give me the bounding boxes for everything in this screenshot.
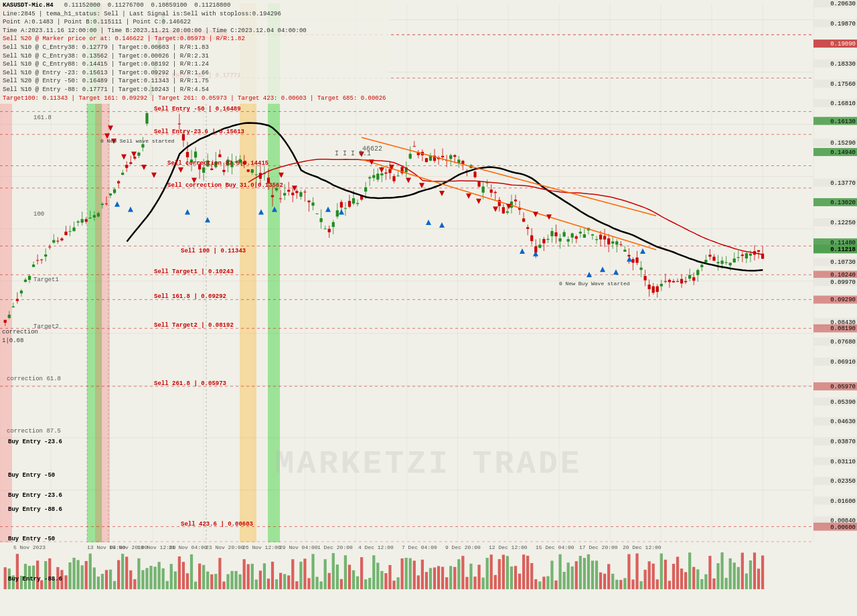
line-info: Line:2845 | tema_h1_status: Sell | Last … — [3, 10, 386, 19]
price-display: 0.11152000 0.11276700 0.10859100 0.11218… — [64, 2, 231, 9]
info-overlay: KASUSDT-Mic.H4 0.11152000 0.11276700 0.1… — [0, 0, 389, 104]
info-line-5: Sell %20 @ Entry -50: 0.16489 | Target:0… — [3, 77, 386, 86]
buy-entry-88: Buy Entry -88.6 — [8, 576, 62, 583]
info-line-1: Sell %10 @ C_Entry38: 0.12779 | Target:0… — [3, 44, 386, 52]
info-line-6: Sell %10 @ Entry -88: 0.17771 | Target:0… — [3, 86, 386, 94]
header-line: KASUSDT-Mic.H4 0.11152000 0.11276700 0.1… — [3, 1, 386, 10]
symbol-title: KASUSDT-Mic.H4 — [3, 2, 54, 9]
time-info: Time A:2023.11.16 12:00:00 | Time B:2023… — [3, 27, 386, 35]
chart-container: MARKETZI TRADE KASUSDT-Mic.H4 0.11152000… — [0, 0, 857, 616]
info-line-0: Sell %20 @ Marker price or at: 0.146622 … — [3, 35, 386, 44]
info-line-4: Sell %10 @ Entry -23: 0.15613 | Target:0… — [3, 69, 386, 78]
point-info: Point A:0.1483 | Point B:0.115111 | Poin… — [3, 18, 386, 27]
info-line-3: Sell %10 @ C_Entry88: 0.14415 | Target:0… — [3, 60, 386, 69]
buy-entry-50: Buy Entry -50 — [8, 536, 55, 542]
info-line-7: Target100: 0.11343 | Target 161: 0.09292… — [3, 94, 386, 103]
info-line-2: Sell %10 @ C_Entry38: 0.13562 | Target:0… — [3, 52, 386, 61]
buy-entry-23: Buy Entry -23.6 — [8, 492, 62, 499]
